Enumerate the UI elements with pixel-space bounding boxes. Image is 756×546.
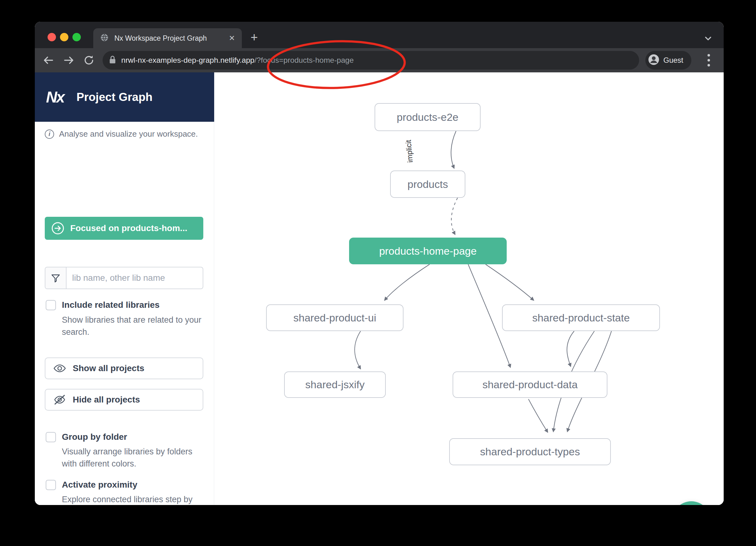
show-all-projects-button[interactable]: Show all projects [45, 357, 203, 379]
edge-e2e-products [451, 131, 456, 168]
filter-input[interactable] [67, 268, 203, 288]
edge-ui-jsxify [355, 331, 361, 369]
page-title: Project Graph [76, 91, 153, 104]
node-shared-jsxify[interactable]: shared-jsxify [284, 371, 386, 398]
group-by-folder-checkbox[interactable] [46, 432, 56, 442]
minimize-window-button[interactable] [60, 33, 68, 41]
node-shared-product-state[interactable]: shared-product-state [502, 304, 660, 331]
edge-products-home [451, 198, 458, 235]
focused-on-label: Focused on products-hom... [70, 223, 187, 233]
focused-on-button[interactable]: Focused on products-hom... [45, 217, 203, 240]
node-shared-product-types[interactable]: shared-product-types [449, 438, 611, 465]
url-text: nrwl-nx-examples-dep-graph.netlify.app/?… [121, 56, 354, 65]
include-related-label: Include related libraries [62, 300, 159, 310]
eye-off-icon [53, 394, 66, 405]
close-window-button[interactable] [48, 33, 56, 41]
edge-data-types [528, 399, 548, 432]
url-path: /?focus=products-home-page [255, 56, 354, 64]
show-all-projects-label: Show all projects [73, 363, 144, 373]
tagline-text: Analyse and visualize your workspace. [59, 129, 198, 139]
group-by-folder-description: Visually arrange libraries by folders wi… [62, 446, 205, 470]
new-tab-button[interactable]: + [251, 31, 258, 44]
avatar-icon [648, 54, 660, 67]
screenshot-stage: Nx Workspace Project Graph ✕ + nrwl-nx-e… [0, 0, 756, 546]
tab-nx-workspace[interactable]: Nx Workspace Project Graph ✕ [93, 28, 242, 48]
arrow-right-circle-icon [51, 222, 65, 235]
tab-strip: Nx Workspace Project Graph ✕ + [35, 22, 724, 48]
forward-button[interactable] [62, 53, 76, 67]
hide-all-projects-button[interactable]: Hide all projects [45, 389, 203, 411]
url-bar[interactable]: nrwl-nx-examples-dep-graph.netlify.app/?… [103, 51, 639, 70]
include-related-description: Show libraries that are related to your … [62, 314, 205, 338]
tab-search-chevron-icon[interactable] [703, 35, 714, 44]
node-products-e2e[interactable]: products-e2e [375, 103, 481, 131]
back-button[interactable] [41, 53, 55, 67]
edge-home-state [486, 264, 534, 300]
activate-proximity-label: Activate proximity [62, 480, 137, 490]
browser-window: Nx Workspace Project Graph ✕ + nrwl-nx-e… [35, 22, 724, 505]
reload-button[interactable] [82, 53, 96, 67]
browser-menu-button[interactable] [702, 52, 716, 69]
edge-state-data [567, 331, 574, 366]
funnel-icon [51, 273, 61, 283]
lock-icon [109, 55, 116, 66]
include-related-checkbox[interactable] [46, 300, 56, 310]
node-shared-product-ui[interactable]: shared-product-ui [266, 304, 403, 331]
tagline-row: i Analyse and visualize your workspace. [45, 129, 198, 139]
profile-button[interactable]: Guest [645, 51, 691, 70]
info-icon: i [45, 130, 54, 139]
nx-logo: Nx [46, 88, 64, 106]
globe-favicon-icon [100, 33, 109, 43]
eye-icon [53, 364, 66, 373]
url-domain: nrwl-nx-examples-dep-graph.netlify.app [121, 56, 255, 64]
sidebar-header: Nx Project Graph [35, 72, 214, 122]
tab-close-icon[interactable]: ✕ [229, 34, 235, 43]
hide-all-projects-label: Hide all projects [73, 395, 140, 405]
profile-label: Guest [663, 56, 683, 65]
node-shared-product-data[interactable]: shared-product-data [453, 371, 607, 398]
zoom-window-button[interactable] [72, 33, 81, 41]
group-by-folder-label: Group by folder [62, 432, 127, 442]
tab-title: Nx Workspace Project Graph [114, 34, 226, 43]
edge-home-ui [385, 264, 430, 300]
node-products-home-page[interactable]: products-home-page [349, 238, 507, 264]
filter-field [45, 267, 203, 289]
sidebar: Nx Project Graph i Analyse and visualize… [35, 72, 214, 505]
node-products[interactable]: products [390, 171, 465, 198]
activate-proximity-description: Explore connected libraries step by step… [62, 493, 205, 505]
page-content: Nx Project Graph i Analyse and visualize… [35, 72, 724, 505]
filter-icon-segment [45, 268, 67, 288]
activate-proximity-checkbox[interactable] [46, 480, 56, 490]
